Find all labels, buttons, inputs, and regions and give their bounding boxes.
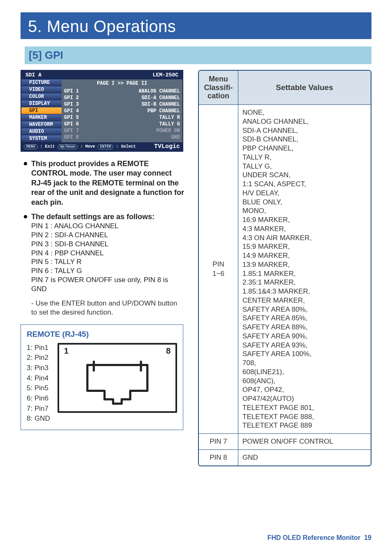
table-cell-values: GND: [238, 450, 371, 465]
left-column: SDI A LEM-250C PICTUREVIDEOCOLORDISPLAYG…: [21, 70, 185, 466]
rj45-pin-item: 4: Pin4: [27, 373, 50, 384]
osd-gpi-value: GND: [171, 134, 180, 140]
osd-gpi-row: GPI 6TALLY G: [64, 121, 180, 127]
osd-gpi-label: GPI 2: [64, 95, 79, 101]
osd-hint-updown-text: : Move: [80, 144, 95, 149]
osd-menu-label: WAVEFORM: [29, 122, 53, 127]
rj45-pin-list: 1: Pin12: Pin23: Pin34: Pin45: Pin56: Pi…: [27, 343, 50, 424]
menu-icon: [23, 129, 28, 134]
osd-hint-enter-tag: ENTER: [97, 144, 113, 149]
osd-brand: TVLogic: [154, 143, 180, 150]
table-header-values: Settable Values: [238, 71, 371, 104]
osd-menu-label: VIDEO: [29, 87, 44, 93]
menu-icon: [23, 101, 28, 106]
osd-menu-label: GPI: [29, 108, 38, 113]
osd-gpi-label: GPI 5: [64, 115, 79, 120]
osd-menu-label: DISPLAY: [29, 101, 50, 107]
osd-menu-label: COLOR: [29, 94, 44, 100]
osd-gpi-row: GPI 7POWER ON: [64, 127, 180, 134]
osd-source: SDI A: [25, 72, 42, 78]
table-cell-values: NONE, ANALOG CHANNEL, SDI-A CHANNEL, SDI…: [238, 105, 371, 433]
osd-gpi-row: GPI 1ANALOG CHANNEL: [64, 88, 180, 95]
rj45-jack-icon: [63, 348, 171, 408]
table-row: PIN 1~6NONE, ANALOG CHANNEL, SDI-A CHANN…: [199, 105, 371, 434]
osd-menu-list: PICTUREVIDEOCOLORDISPLAYGPIMARKERWAVEFOR…: [21, 79, 62, 142]
osd-gpi-value: ANALOG CHANNEL: [138, 88, 180, 94]
osd-menu-label: AUDIO: [29, 129, 44, 134]
osd-gpi-label: GPI 1: [64, 88, 79, 94]
osd-gpi-row: GPI 3SDI-B CHANNEL: [64, 101, 180, 108]
osd-model: LEM-250C: [153, 72, 178, 78]
rj45-pin-item: 8: GND: [27, 414, 50, 424]
osd-gpi-row: GPI 2SDI-A CHANNEL: [64, 95, 180, 101]
osd-gpi-row: GPI 8GND: [64, 134, 180, 141]
table-header-row: Menu Classifi­cation Settable Values: [199, 71, 371, 105]
rj45-pin-item: 2: Pin2: [27, 353, 50, 363]
rj45-pin-item: 3: Pin3: [27, 363, 50, 373]
osd-hint-menu-text: : Exit: [40, 144, 55, 149]
menu-icon: [23, 136, 28, 141]
osd-gpi-value: TALLY R: [159, 115, 180, 120]
osd-gpi-row: GPI 4PBP CHANNEL: [64, 108, 180, 114]
osd-menu-item: COLOR: [21, 93, 62, 100]
menu-icon: [23, 122, 28, 127]
table-cell-classification: PIN 7: [199, 434, 238, 449]
section-title: [5] GPI: [25, 46, 371, 64]
osd-gpi-value: PBP CHANNEL: [148, 108, 180, 114]
osd-menu-label: MARKER: [29, 115, 47, 120]
osd-menu-item: SYSTEM: [21, 135, 62, 142]
right-column: Menu Classifi­cation Settable Values PIN…: [198, 70, 371, 466]
osd-gpi-row: GPI 5TALLY R: [64, 114, 180, 121]
rj45-label-8: 8: [166, 346, 171, 356]
menu-icon: [23, 115, 28, 120]
bullet-remote-text: This product provides a REMOTE CONTROL m…: [24, 159, 185, 207]
bullet-defaults-lines: PIN 1 : ANALOG CHANNEL PIN 2 : SDI-A CHA…: [24, 222, 185, 293]
rj45-box: REMOTE (RJ-45) 1: Pin12: Pin23: Pin34: P…: [21, 324, 183, 430]
bullet-defaults-note: - Use the ENTER button and UP/DOWN butto…: [24, 299, 185, 317]
osd-gpi-label: GPI 6: [64, 121, 79, 127]
osd-menu-item: VIDEO: [21, 86, 62, 93]
osd-hint-updown-tag: Up/Down: [58, 144, 78, 149]
menu-icon: [23, 94, 28, 99]
bullet-defaults-head: The default settings are as follows:: [24, 212, 185, 222]
rj45-connector-figure: 1 8: [58, 343, 177, 413]
osd-hint-menu-tag: MENU: [24, 144, 38, 149]
osd-hint-enter-text: : Select: [116, 144, 136, 149]
osd-gpi-value: TALLY G: [159, 121, 180, 127]
table-cell-classification: PIN 1~6: [199, 105, 238, 433]
settable-values-table: Menu Classifi­cation Settable Values PIN…: [198, 70, 371, 466]
rj45-pin-item: 1: Pin1: [27, 343, 50, 353]
table-cell-classification: PIN 8: [199, 450, 238, 465]
osd-gpi-value: SDI-B CHANNEL: [141, 102, 180, 107]
osd-gpi-label: GPI 4: [64, 108, 79, 114]
rj45-pin-item: 6: Pin6: [27, 394, 50, 404]
table-row: PIN 8GND: [199, 450, 371, 465]
osd-menu-item: PICTURE: [21, 79, 62, 86]
menu-icon: [23, 108, 28, 113]
rj45-label-1: 1: [64, 346, 69, 356]
osd-page-indicator: PAGE I >> PAGE II: [64, 79, 180, 88]
osd-menu-item: GPI: [21, 107, 62, 114]
osd-menu-item: WAVEFORM: [21, 121, 62, 128]
page-footer: FHD OLED Reference Monitor 19: [267, 534, 371, 542]
osd-menu-item: AUDIO: [21, 128, 62, 135]
osd-menu-label: PICTURE: [29, 80, 50, 86]
table-row: PIN 7POWER ON/OFF CONTROL: [199, 434, 371, 450]
osd-gpi-value: POWER ON: [156, 128, 180, 134]
table-header-classification: Menu Classifi­cation: [199, 71, 238, 104]
menu-icon: [23, 80, 28, 85]
bullet-defaults: The default settings are as follows: PIN…: [24, 212, 185, 317]
osd-right-panel: PAGE I >> PAGE II GPI 1ANALOG CHANNELGPI…: [62, 79, 182, 142]
osd-gpi-value: SDI-A CHANNEL: [141, 95, 180, 101]
menu-icon: [23, 87, 28, 92]
osd-menu-item: MARKER: [21, 114, 62, 121]
osd-topbar: SDI A LEM-250C: [21, 71, 182, 79]
osd-gpi-label: GPI 3: [64, 102, 79, 107]
rj45-pin-item: 7: Pin7: [27, 404, 50, 414]
rj45-title: REMOTE (RJ-45): [27, 330, 177, 339]
rj45-pin-item: 5: Pin5: [27, 383, 50, 394]
osd-menu-label: SYSTEM: [29, 136, 47, 141]
chapter-title: 5. Menu Operations: [21, 12, 371, 39]
table-cell-values: POWER ON/OFF CONTROL: [238, 434, 371, 449]
content-columns: SDI A LEM-250C PICTUREVIDEOCOLORDISPLAYG…: [21, 70, 371, 466]
